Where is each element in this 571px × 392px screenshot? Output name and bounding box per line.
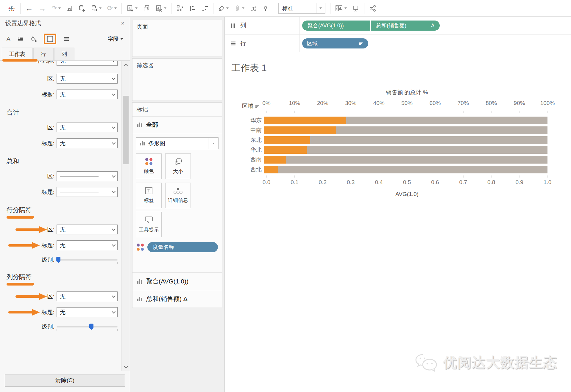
bar-mark[interactable] (264, 126, 336, 134)
borders-format-icon[interactable] (47, 36, 53, 42)
bar-mark[interactable] (264, 146, 307, 154)
fit-selector[interactable]: 标准 (278, 3, 325, 14)
size-button[interactable]: 大小 (165, 153, 191, 179)
bar-background-mark[interactable] (264, 136, 547, 144)
bar-mark[interactable] (264, 117, 346, 124)
row-divider-level-slider[interactable] (57, 256, 118, 264)
row-divider-level-slider-thumb[interactable] (56, 257, 60, 263)
row-divider-header-dropdown[interactable]: 无 (57, 240, 118, 250)
clear-sheet-icon[interactable] (155, 5, 166, 12)
mark-type-caret[interactable] (208, 138, 218, 149)
annotation-arrow-icon (8, 242, 40, 249)
col-divider-header-dropdown[interactable]: 无 (57, 307, 118, 317)
tab-rows[interactable]: 行 (33, 48, 54, 60)
bar-category-label[interactable]: 华北 (242, 146, 264, 154)
bottom-axis-tick-label: 0.9 (515, 179, 523, 186)
sort-ascending-icon[interactable] (189, 5, 196, 12)
scroll-down-icon[interactable] (122, 363, 130, 371)
bar-category-label[interactable]: 华东 (242, 117, 264, 124)
shading-format-icon[interactable] (31, 36, 37, 42)
measure-names-pill[interactable]: 度量名称 (147, 242, 218, 252)
back-button[interactable]: ← (25, 4, 33, 12)
swap-rows-columns-icon[interactable] (176, 5, 183, 12)
fit-selector-caret-icon[interactable] (316, 3, 325, 13)
bar-category-label[interactable]: 中南 (242, 126, 264, 134)
bar-background-mark[interactable] (264, 117, 547, 124)
new-worksheet-icon[interactable] (127, 5, 138, 12)
bar-category-label[interactable]: 西北 (242, 166, 264, 173)
tab-worksheet[interactable]: 工作表 (2, 48, 33, 60)
marks-all-label: 全部 (146, 121, 158, 129)
pane-dropdown[interactable]: 无 (57, 74, 118, 84)
bar-mark[interactable] (264, 136, 310, 144)
grand-total-pane-dropdown[interactable] (57, 171, 118, 181)
bottom-axis-tick-label: 0.7 (459, 179, 467, 186)
attach-icon[interactable] (234, 5, 244, 12)
rows-shelf-icon (231, 41, 237, 46)
text-label-icon[interactable] (250, 5, 257, 12)
label-button[interactable]: 标签 (136, 183, 162, 208)
bottom-axis-ticks (266, 175, 547, 178)
bar-category-label[interactable]: 东北 (242, 136, 264, 144)
col-divider-pane-dropdown[interactable]: 无 (57, 291, 118, 301)
measure-row-agg[interactable]: 聚合(AVG(1.0)) (132, 272, 222, 290)
columns-shelf[interactable]: 列 聚合(AVG(1.0)) 总和(销售额) Δ (225, 17, 571, 35)
rows-shelf[interactable]: 行 区域 (225, 35, 571, 52)
bar-background-mark[interactable] (264, 156, 547, 164)
bar-mark[interactable] (264, 156, 286, 164)
scroll-up-icon[interactable] (122, 61, 130, 69)
grand-total-header-dropdown[interactable] (57, 187, 118, 197)
redo-button[interactable]: ↷ (52, 5, 61, 12)
pause-updates-icon[interactable] (91, 5, 102, 12)
tab-columns[interactable]: 列 (54, 48, 74, 60)
save-icon[interactable] (66, 5, 73, 12)
chevron-down-icon (120, 38, 123, 40)
row-divider-pane-dropdown[interactable]: 无 (57, 225, 118, 234)
forward-button[interactable]: → (38, 4, 46, 12)
show-cards-icon[interactable] (335, 5, 347, 12)
bar-category-label[interactable]: 西南 (242, 156, 264, 164)
bottom-axis-label: AVG(1.0) (266, 191, 547, 197)
total-header-dropdown[interactable]: 无 (57, 138, 118, 148)
bar-mark[interactable] (264, 166, 278, 173)
measure-row-sum[interactable]: 总和(销售额) Δ (132, 290, 222, 308)
new-data-source-icon[interactable] (78, 5, 85, 12)
format-panel-scrollbar[interactable] (121, 61, 130, 371)
mark-type-dropdown[interactable]: 条形图 (136, 137, 219, 149)
bar-background-mark[interactable] (264, 126, 547, 134)
detail-button[interactable]: 详细信息 (165, 183, 191, 208)
alignment-format-icon[interactable] (18, 37, 24, 41)
color-button[interactable]: 颜色 (136, 153, 162, 179)
close-icon[interactable]: × (121, 20, 124, 27)
marks-all-row[interactable]: 全部 (132, 116, 222, 133)
total-pane-dropdown[interactable]: 无 (57, 123, 118, 132)
col-divider-level-slider-thumb[interactable] (89, 324, 93, 330)
fields-dropdown[interactable]: 字段 (108, 35, 123, 43)
duplicate-sheet-icon[interactable] (143, 5, 150, 12)
mark-type-value: 条形图 (148, 139, 165, 147)
bar-background-mark[interactable] (264, 166, 547, 173)
bar-background-mark[interactable] (264, 146, 547, 154)
font-format-icon[interactable]: A (7, 36, 10, 42)
cell-dropdown[interactable]: 无 (57, 61, 118, 66)
clear-button[interactable]: 清除(C) (5, 374, 125, 387)
pill-sum-sales[interactable]: 总和(销售额) Δ (371, 21, 440, 31)
filters-card[interactable]: 筛选器 (132, 58, 222, 101)
bottom-axis-tick-label: 0.3 (347, 179, 355, 186)
sort-descending-icon[interactable] (201, 5, 208, 12)
pin-icon[interactable] (262, 5, 269, 12)
scrollbar-thumb[interactable] (123, 96, 129, 164)
highlight-icon[interactable] (218, 5, 229, 12)
share-icon[interactable] (369, 5, 376, 12)
cell-row-clipped: 单元格: 无 (0, 61, 121, 68)
col-divider-level-slider[interactable] (57, 323, 118, 331)
tooltip-button[interactable]: 工具提示 (136, 212, 162, 237)
pill-region[interactable]: 区域 (302, 38, 368, 48)
pages-card[interactable]: 页面 (132, 20, 222, 57)
pill-agg-avg[interactable]: 聚合(AVG(1.0)) (302, 21, 370, 31)
presentation-mode-icon[interactable] (352, 5, 359, 12)
lines-format-icon[interactable] (63, 37, 69, 41)
refresh-icon[interactable]: ⟳ (107, 5, 116, 12)
header-dropdown[interactable]: 无 (57, 90, 118, 99)
row-field-header[interactable]: 区域 (242, 102, 259, 110)
